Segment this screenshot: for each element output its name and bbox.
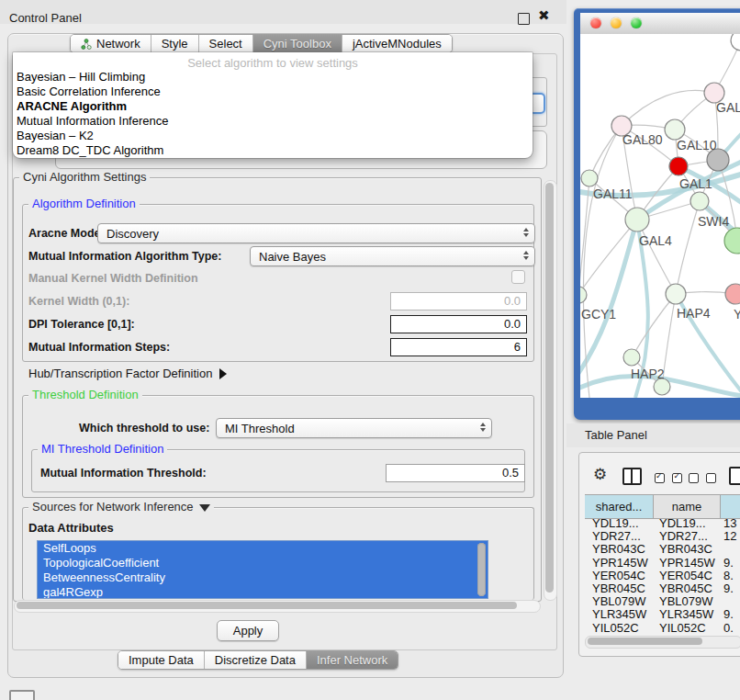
table-cell: 9. <box>723 557 734 570</box>
network-node[interactable] <box>581 170 598 186</box>
node-label: GAL1 <box>679 176 712 191</box>
settings-vertical-scrollbar[interactable] <box>544 180 557 601</box>
algorithm-dropdown-popup: Select algorithm to view settings Bayesi… <box>13 52 533 158</box>
tab-infer-network[interactable]: Infer Network <box>307 651 398 669</box>
network-node[interactable] <box>623 349 640 366</box>
dropdown-item[interactable]: Dream8 DC_TDC Algorithm <box>13 143 533 158</box>
tab-style[interactable]: Style <box>151 35 199 52</box>
minimized-panel-icon[interactable] <box>9 690 35 700</box>
combobox-value: Discovery <box>107 227 159 241</box>
node-label: HAP4 <box>677 306 711 321</box>
table-row[interactable]: YDL19...YDL19...13 <box>585 517 740 530</box>
table-cell: YIL052C <box>592 622 639 635</box>
node-label: GAL4 <box>639 233 672 248</box>
stepper-arrows-icon <box>523 251 529 260</box>
dropdown-item[interactable]: Basic Correlation Inference <box>13 85 533 99</box>
table-row[interactable]: YPR145WYPR145W9. <box>585 557 740 570</box>
document-icon[interactable] <box>729 467 740 485</box>
zoom-traffic-light-icon[interactable] <box>631 17 642 28</box>
table-row[interactable]: YBR045CYBR045C9. <box>585 582 740 595</box>
attribute-list-item[interactable]: BetweennessCentrality <box>38 570 488 585</box>
tab-network[interactable]: Network <box>71 35 151 52</box>
attribute-list-item[interactable]: gal4RGexp <box>38 585 488 599</box>
table-row[interactable]: YLR345WYLR345W9. <box>585 608 740 621</box>
attribute-list-item[interactable]: SelfLoops <box>38 541 488 556</box>
column-header-partial[interactable] <box>721 495 740 518</box>
node-label: HAP2 <box>631 367 665 381</box>
table-row[interactable]: YDR27...YDR27...12 <box>585 530 740 543</box>
float-window-icon[interactable] <box>518 13 530 25</box>
table-cell: 8. <box>723 570 734 582</box>
aracne-mode-combobox[interactable]: Discovery <box>97 223 535 243</box>
dropdown-item[interactable]: ARACNE Algorithm <box>13 99 533 114</box>
table-row[interactable]: YBR043CYBR043C <box>585 543 740 556</box>
split-columns-icon[interactable] <box>622 468 642 485</box>
table-cell: 13 <box>723 517 736 530</box>
combobox-value: Naive Bayes <box>259 250 326 264</box>
mi-algorithm-type-combobox[interactable]: Naive Bayes <box>250 246 535 266</box>
list-scrollbar[interactable] <box>477 543 486 596</box>
data-attributes-list[interactable]: SelfLoopsTopologicalCoefficientBetweenne… <box>37 540 488 599</box>
network-node[interactable] <box>580 287 587 303</box>
which-threshold-combobox[interactable]: MI Threshold <box>216 418 492 438</box>
kernel-width-field[interactable]: 0.0 <box>390 292 527 310</box>
network-node[interactable] <box>669 157 688 175</box>
tab-discretize-data[interactable]: Discretize Data <box>205 651 307 669</box>
scrollbar-thumb[interactable] <box>588 638 702 645</box>
tab-label: Cyni Toolbox <box>263 37 331 51</box>
table-cell: 12 <box>723 530 736 543</box>
table-cell: YER054C <box>592 570 645 582</box>
table-cell: 0. <box>723 622 734 635</box>
table-row[interactable]: YBL079WYBL079W <box>585 595 740 608</box>
table-row[interactable]: YER054CYER054C8. <box>585 570 740 582</box>
table-cell: YBR045C <box>592 582 645 595</box>
dpi-tolerance-label: DPI Tolerance [0,1]: <box>28 318 135 331</box>
table-cell: YDL19... <box>592 517 639 530</box>
attribute-list-item[interactable]: TopologicalCoefficient <box>38 556 488 570</box>
network-node[interactable] <box>625 208 649 231</box>
node-label: GCY1 <box>581 307 616 322</box>
dropdown-item[interactable]: Bayesian – Hill Climbing <box>13 70 533 85</box>
tab-label: jActiveMNodules <box>353 37 442 51</box>
mi-threshold-field[interactable]: 0.5 <box>386 464 525 482</box>
dropdown-item[interactable]: Mutual Information Inference <box>13 114 533 129</box>
collapsed-arrow-icon <box>219 368 227 379</box>
group-title: MI Threshold Definition <box>38 442 167 456</box>
network-node[interactable] <box>666 284 686 304</box>
aracne-mode-label: Aracne Mode: <box>28 227 105 240</box>
hub-definition-toggle[interactable]: Hub/Transcription Factor Definition <box>28 367 227 380</box>
deselect-all-icon[interactable] <box>689 470 716 487</box>
scrollbar-thumb[interactable] <box>17 602 517 609</box>
minimize-traffic-light-icon[interactable] <box>611 17 622 28</box>
dropdown-item[interactable]: Bayesian – K2 <box>13 129 533 143</box>
dpi-tolerance-field[interactable]: 0.0 <box>390 315 527 333</box>
mi-steps-field[interactable]: 6 <box>390 338 527 356</box>
tab-select[interactable]: Select <box>199 35 253 52</box>
tab-jactivemnodules[interactable]: jActiveMNodules <box>342 35 452 52</box>
network-node[interactable] <box>731 34 740 51</box>
close-icon[interactable]: ✖ <box>538 7 550 24</box>
settings-horizontal-scrollbar[interactable] <box>14 600 541 613</box>
manual-kernel-width-checkbox[interactable] <box>511 270 525 284</box>
checked-box-icon <box>655 473 665 483</box>
settings-gear-icon[interactable]: ⚙ <box>593 467 607 482</box>
close-traffic-light-icon[interactable] <box>590 17 601 28</box>
select-all-icon[interactable] <box>655 470 682 487</box>
network-node[interactable] <box>725 284 740 304</box>
scrollbar-thumb[interactable] <box>545 183 554 593</box>
network-canvas[interactable]: GALGAL80GAL10GAL1GAL11SWI4GAL4GCY1HAP4YH… <box>580 34 740 398</box>
mi-algorithm-type-label: Mutual Information Algorithm Type: <box>28 250 221 263</box>
network-node[interactable] <box>665 119 685 140</box>
column-header-name[interactable]: name <box>654 495 721 518</box>
apply-button[interactable]: Apply <box>217 620 279 641</box>
table-row[interactable]: YIL052CYIL052C0. <box>585 622 740 635</box>
tab-cyni-toolbox[interactable]: Cyni Toolbox <box>253 35 342 52</box>
network-node[interactable] <box>724 228 740 254</box>
table-cell: YLR345W <box>659 608 713 621</box>
tab-impute-data[interactable]: Impute Data <box>118 651 205 669</box>
column-header-shared-name[interactable]: shared... <box>585 495 654 518</box>
table-horizontal-scrollbar[interactable] <box>585 636 740 649</box>
network-node[interactable] <box>690 192 709 210</box>
network-window-titlebar[interactable] <box>580 13 740 35</box>
checked-box-icon <box>672 473 682 483</box>
